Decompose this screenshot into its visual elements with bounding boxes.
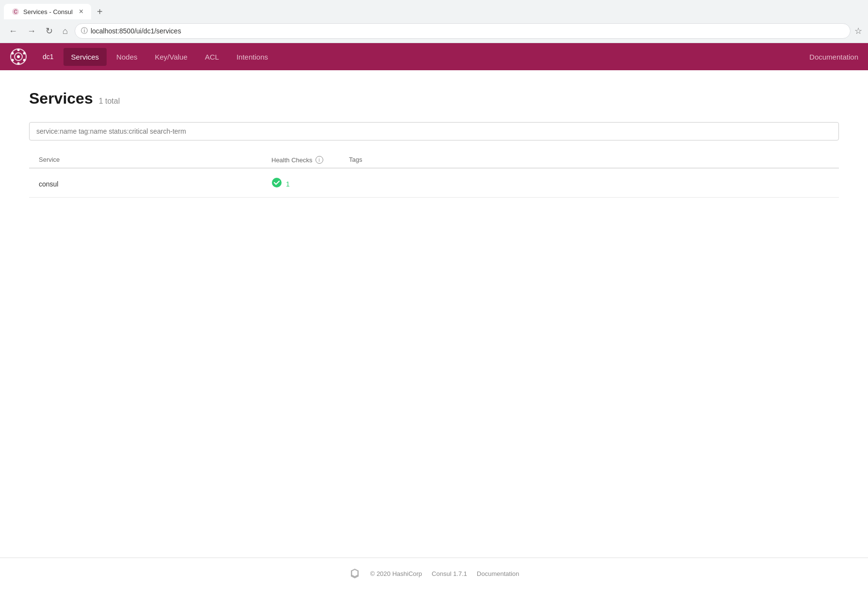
nav-item-keyvalue[interactable]: Key/Value [147, 48, 195, 66]
search-input[interactable] [29, 122, 839, 140]
reload-button[interactable]: ↻ [43, 24, 56, 38]
svg-text:C: C [14, 9, 17, 15]
tab-favicon: C [12, 8, 19, 16]
app-navbar: dc1 Services Nodes Key/Value ACL Intenti… [0, 43, 868, 70]
back-button[interactable]: ← [6, 24, 20, 38]
footer-documentation-link[interactable]: Documentation [477, 570, 519, 577]
home-button[interactable]: ⌂ [60, 24, 71, 38]
forward-button[interactable]: → [24, 24, 39, 38]
svg-point-11 [272, 178, 282, 187]
svg-point-6 [23, 52, 26, 55]
address-bar: ← → ↻ ⌂ ⓘ localhost:8500/ui/dc1/services… [0, 19, 868, 43]
svg-point-7 [23, 59, 26, 62]
lock-icon: ⓘ [81, 27, 88, 35]
nav-item-intentions[interactable]: Intentions [229, 48, 276, 66]
page-title: Services [29, 90, 93, 108]
table-header: Service Health Checks i Tags [29, 152, 839, 169]
browser-chrome: C Services - Consul × + ← → ↻ ⌂ ⓘ localh… [0, 0, 868, 43]
nav-item-acl[interactable]: ACL [197, 48, 227, 66]
page-header: Services 1 total [29, 90, 839, 108]
column-header-health: Health Checks i [271, 156, 349, 164]
consul-logo-icon [10, 48, 27, 65]
footer: © 2020 HashiCorp Consul 1.7.1 Documentat… [0, 558, 868, 589]
table-row[interactable]: consul 1 [29, 170, 839, 198]
svg-point-5 [17, 49, 20, 51]
search-container [29, 122, 839, 140]
bookmark-icon[interactable]: ☆ [854, 26, 862, 36]
health-checks-info-icon[interactable]: i [316, 156, 323, 164]
column-header-service: Service [29, 156, 271, 164]
column-header-tags: Tags [349, 156, 839, 164]
documentation-link[interactable]: Documentation [809, 53, 858, 61]
service-name: consul [29, 180, 271, 188]
url-text: localhost:8500/ui/dc1/services [91, 27, 844, 35]
tab-title: Services - Consul [23, 8, 75, 16]
tab-close-button[interactable]: × [79, 8, 83, 16]
nav-item-nodes[interactable]: Nodes [109, 48, 145, 66]
nav-item-services[interactable]: Services [63, 48, 107, 66]
datacenter-label[interactable]: dc1 [37, 49, 60, 64]
health-check-pass-icon [271, 177, 282, 190]
health-count: 1 [286, 180, 290, 188]
nav-items: Services Nodes Key/Value ACL Intentions [63, 48, 276, 66]
health-checks-cell: 1 [271, 177, 349, 190]
tab-bar: C Services - Consul × + [0, 0, 868, 19]
svg-point-10 [12, 52, 14, 55]
new-tab-button[interactable]: + [93, 4, 107, 19]
main-content: Services 1 total Service Health Checks i… [0, 70, 868, 558]
hashicorp-logo-icon [349, 568, 361, 579]
svg-point-4 [17, 55, 20, 58]
url-bar[interactable]: ⓘ localhost:8500/ui/dc1/services [75, 23, 851, 39]
footer-copyright: © 2020 HashiCorp [370, 570, 422, 577]
svg-point-9 [12, 59, 14, 62]
svg-point-8 [17, 62, 20, 65]
consul-logo [10, 48, 27, 65]
active-tab: C Services - Consul × [4, 4, 91, 19]
footer-version: Consul 1.7.1 [432, 570, 467, 577]
page-count: 1 total [99, 97, 120, 106]
